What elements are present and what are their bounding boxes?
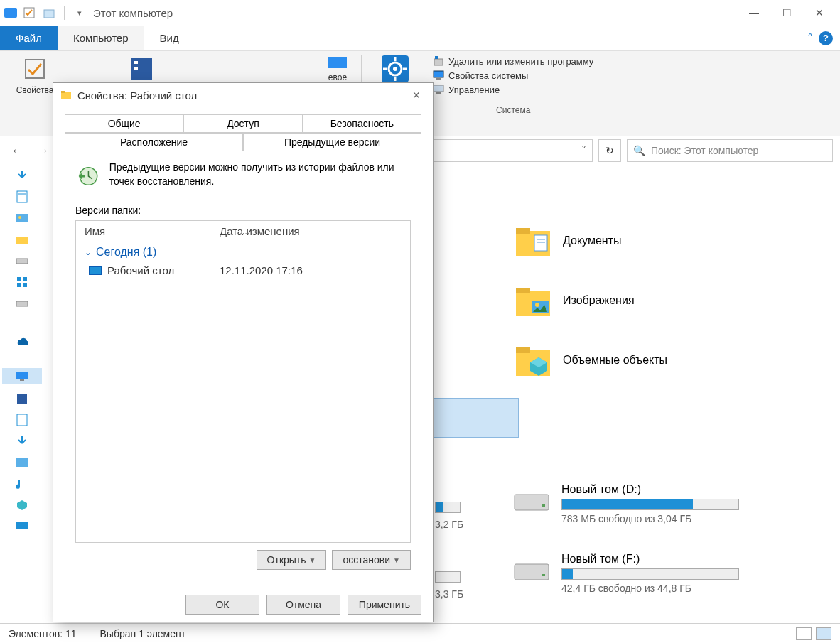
svg-rect-20 (17, 191, 27, 202)
help-icon[interactable]: ? (819, 31, 833, 45)
svg-rect-5 (134, 67, 138, 70)
properties-button[interactable]: Свойства (11, 55, 58, 95)
nav-videos-icon[interactable] (16, 392, 28, 405)
svg-rect-34 (17, 414, 27, 426)
svg-rect-22 (16, 214, 28, 222)
tab-view[interactable]: Вид (144, 26, 195, 50)
folder-images[interactable]: Изображения (513, 274, 755, 327)
ok-button[interactable]: ОК (185, 595, 259, 615)
dlgtab-security[interactable]: Безопасность (303, 114, 421, 133)
ribbon-collapse-icon[interactable]: ˄ (807, 31, 813, 45)
manage-link[interactable]: Управление (433, 84, 593, 95)
svg-rect-28 (17, 283, 21, 287)
svg-point-45 (535, 303, 539, 307)
nav-onedrive-icon[interactable] (16, 334, 28, 347)
chevron-down-icon: ▼ (393, 556, 400, 564)
system-properties-link[interactable]: Свойства системы (433, 70, 593, 81)
nav-downloads-icon[interactable] (16, 169, 28, 182)
version-item[interactable]: Рабочий стол 12.11.2020 17:16 (85, 264, 402, 276)
open-version-button[interactable]: Открыть▼ (257, 550, 327, 570)
drive-f[interactable]: Новый том (F:) 42,4 ГБ свободно из 44,8 … (512, 553, 753, 594)
group-today[interactable]: ⌄ Сегодня (1) (85, 246, 402, 259)
selected-folder-item[interactable] (434, 398, 519, 438)
nav-pics2-icon[interactable] (16, 456, 28, 469)
app-icon (4, 8, 17, 18)
nav-3d-icon[interactable] (16, 499, 28, 512)
svg-rect-1 (44, 10, 54, 18)
nav-drive-icon[interactable] (16, 254, 28, 267)
nav-forward-button: → (33, 141, 53, 161)
navigation-pane[interactable] (0, 165, 44, 620)
svg-rect-16 (434, 71, 443, 77)
svg-rect-43 (516, 288, 530, 293)
svg-rect-48 (515, 495, 549, 510)
folder-3d-objects[interactable]: Объемные объекты (513, 334, 755, 387)
tab-file[interactable]: Файл (0, 26, 58, 50)
svg-rect-39 (534, 235, 547, 251)
qat-properties-icon[interactable] (21, 5, 37, 21)
minimize-button[interactable]: — (738, 1, 770, 24)
svg-rect-6 (328, 57, 347, 68)
close-button[interactable]: ✕ (803, 1, 836, 24)
media-icon[interactable] (128, 55, 155, 82)
nav-documents-icon[interactable] (16, 190, 28, 203)
maximize-button[interactable]: ☐ (770, 1, 803, 24)
partial-drive-bar-2 (435, 571, 461, 583)
svg-rect-30 (16, 301, 28, 306)
uninstall-link[interactable]: Удалить или изменить программу (433, 55, 593, 67)
status-count: Элементов: 11 (9, 628, 77, 639)
svg-point-23 (18, 216, 21, 219)
restore-version-button[interactable]: осстанови▼ (332, 550, 411, 570)
nav-apps-icon[interactable] (16, 276, 28, 288)
nav-back-button[interactable]: ← (7, 141, 27, 161)
chevron-down-icon[interactable]: ˅ (581, 145, 586, 156)
svg-rect-38 (516, 228, 530, 234)
svg-rect-53 (61, 91, 65, 93)
chevron-down-icon: ▼ (309, 556, 316, 564)
network-icon[interactable] (324, 55, 351, 72)
dlgtab-sharing[interactable]: Доступ (183, 114, 302, 133)
dialog-folder-icon (60, 90, 72, 101)
search-box[interactable]: 🔍 Поиск: Этот компьютер (627, 139, 833, 162)
svg-rect-35 (16, 458, 28, 467)
tab-computer[interactable]: Компьютер (58, 26, 144, 50)
svg-rect-51 (542, 574, 545, 576)
nav-dl2-icon[interactable] (16, 435, 28, 448)
dlgtab-general[interactable]: Общие (65, 114, 183, 133)
partial-drive-bar-1 (435, 502, 461, 513)
nav-desktop-icon[interactable] (16, 520, 28, 533)
svg-rect-49 (542, 504, 545, 507)
cancel-button[interactable]: Отмена (266, 595, 340, 615)
nav-music-icon[interactable] (16, 477, 28, 490)
svg-rect-26 (17, 277, 21, 281)
folder-documents[interactable]: Документы (513, 215, 755, 267)
search-icon: 🔍 (633, 145, 645, 156)
title-bar: ▾ Этот компьютер — ☐ ✕ (0, 0, 840, 26)
svg-rect-14 (434, 59, 443, 65)
dialog-title: Свойства: Рабочий стол (77, 90, 197, 102)
svg-point-9 (393, 67, 397, 71)
dlgtab-previous-versions[interactable]: Предыдущие версии (243, 133, 421, 151)
address-box[interactable]: ˅ (428, 139, 593, 162)
column-resize-grip[interactable]: ⋯ (76, 229, 410, 239)
nav-this-pc[interactable] (2, 368, 42, 384)
nav-docs2-icon[interactable] (16, 414, 28, 426)
status-selected: Выбран 1 элемент (90, 628, 186, 639)
status-bar: Элементов: 11 Выбран 1 элемент (0, 623, 840, 643)
versions-list[interactable]: Имя Дата изменения ⋯ ⌄ Сегодня (1) Рабоч… (75, 220, 411, 543)
apply-button[interactable]: Применить (348, 595, 421, 615)
qat-dropdown-icon[interactable]: ▾ (72, 5, 87, 21)
manage-icon (433, 84, 444, 95)
view-details-button[interactable] (796, 627, 812, 640)
nav-folder-icon[interactable] (16, 233, 28, 246)
nav-drive2-icon[interactable] (16, 297, 28, 310)
qat-new-folder-icon[interactable] (41, 5, 57, 21)
view-tiles-button[interactable] (816, 627, 831, 640)
dialog-close-button[interactable]: ✕ (407, 86, 426, 104)
refresh-button[interactable]: ↻ (598, 139, 621, 162)
nav-pictures-icon[interactable] (16, 212, 28, 225)
dialog-description: Предыдущие версии можно получить из исто… (109, 161, 411, 188)
drive-d[interactable]: Новый том (D:) 783 МБ свободно из 3,04 Г… (512, 483, 753, 524)
svg-rect-19 (436, 92, 441, 94)
dlgtab-location[interactable]: Расположение (65, 133, 243, 151)
